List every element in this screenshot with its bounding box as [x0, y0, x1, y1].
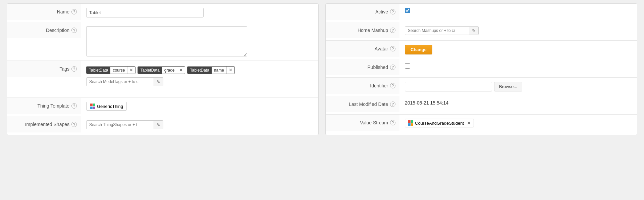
tag-item-name: TabletData name ✕	[187, 66, 234, 74]
avatar-label: Avatar	[375, 46, 388, 51]
value-stream-value-cell: CourseAndGradeStudent ✕	[399, 115, 637, 131]
avatar-label-cell: Avatar ?	[326, 41, 399, 57]
tags-label-cell: Tags ?	[7, 61, 81, 77]
published-value-cell	[399, 59, 637, 73]
last-modified-date-value: 2015-06-21 15:54:14	[405, 100, 448, 106]
home-mashup-label: Home Mashup	[358, 28, 388, 33]
tags-search-container: ✎	[86, 77, 163, 86]
avatar-change-button[interactable]: Change	[405, 45, 432, 54]
name-help-icon[interactable]: ?	[71, 9, 77, 14]
main-container: Name ? Description ? Tags ?	[7, 3, 637, 135]
home-mashup-value-cell: ✎	[399, 22, 637, 39]
avatar-value-cell: Change	[399, 41, 637, 58]
implemented-shapes-search-input[interactable]	[87, 121, 154, 129]
implemented-shapes-search-container: ✎	[86, 120, 163, 129]
active-help-icon[interactable]: ?	[390, 9, 395, 14]
thing-template-badge[interactable]: GenericThing	[86, 102, 127, 111]
tags-help-icon[interactable]: ?	[71, 66, 77, 72]
published-label: Published	[368, 65, 388, 70]
tags-label: Tags	[59, 66, 69, 72]
last-modified-date-value-cell: 2015-06-21 15:54:14	[399, 96, 637, 110]
name-label-cell: Name ?	[7, 4, 81, 20]
description-help-icon[interactable]: ?	[71, 28, 77, 33]
tag-value-3: name	[212, 67, 226, 74]
published-label-cell: Published ?	[326, 59, 399, 75]
tags-pencil-icon: ✎	[157, 79, 160, 84]
home-mashup-search-input[interactable]	[405, 27, 469, 35]
home-mashup-row: Home Mashup ? ✎	[326, 22, 637, 41]
thing-template-row: Thing Template ? GenericThing	[7, 98, 318, 116]
name-label: Name	[57, 9, 69, 14]
name-value-cell	[81, 4, 318, 22]
tag-namespace-1: TabletData	[87, 67, 110, 74]
avatar-row: Avatar ? Change	[326, 41, 637, 59]
home-mashup-pencil-icon: ✎	[472, 28, 476, 33]
tag-remove-3[interactable]: ✕	[226, 67, 234, 74]
implemented-shapes-help-icon[interactable]: ?	[71, 122, 77, 127]
active-row: Active ?	[326, 4, 637, 22]
name-input[interactable]	[86, 8, 204, 17]
value-stream-remove-button[interactable]: ✕	[467, 120, 471, 126]
description-row: Description ?	[7, 22, 318, 61]
value-stream-value: CourseAndGradeStudent	[415, 121, 464, 126]
tag-namespace-2: TabletData	[138, 67, 162, 74]
identifier-label: Identifier	[370, 83, 388, 88]
thing-template-help-icon[interactable]: ?	[71, 103, 77, 109]
value-stream-icon	[408, 120, 413, 126]
published-checkbox[interactable]	[405, 63, 410, 69]
thing-template-label: Thing Template	[38, 103, 69, 109]
home-mashup-help-icon[interactable]: ?	[390, 28, 395, 33]
value-stream-label: Value Stream	[360, 120, 388, 125]
identifier-browse-button[interactable]: Browse...	[494, 82, 522, 91]
tag-remove-1[interactable]: ✕	[127, 67, 135, 74]
active-label: Active	[375, 9, 388, 14]
name-row: Name ?	[7, 4, 318, 22]
published-help-icon[interactable]: ?	[390, 65, 395, 70]
implemented-shapes-row: Implemented Shapes ? ✎	[7, 116, 318, 135]
identifier-input-group: Browse...	[405, 82, 522, 91]
avatar-help-icon[interactable]: ?	[390, 46, 395, 51]
tags-edit-button[interactable]: ✎	[154, 78, 163, 86]
tag-value-1: course	[110, 67, 127, 74]
tag-value-2: grade	[162, 67, 177, 74]
generic-thing-icon	[90, 104, 95, 109]
identifier-value-cell: Browse...	[399, 78, 637, 95]
tag-item-course: TabletData course ✕	[86, 66, 136, 74]
home-mashup-search-container: ✎	[405, 26, 479, 35]
implemented-shapes-label-cell: Implemented Shapes ?	[7, 116, 81, 132]
identifier-row: Identifier ? Browse...	[326, 78, 637, 96]
tags-value-cell: TabletData course ✕ TabletData grade ✕ T…	[81, 61, 318, 90]
home-mashup-label-cell: Home Mashup ?	[326, 22, 399, 38]
tag-namespace-3: TabletData	[187, 67, 211, 74]
description-textarea[interactable]	[86, 26, 247, 56]
active-checkbox[interactable]	[405, 8, 410, 13]
identifier-label-cell: Identifier ?	[326, 78, 399, 94]
active-value-cell	[399, 4, 637, 17]
implemented-shapes-value-cell: ✎	[81, 116, 318, 133]
thing-template-label-cell: Thing Template ?	[7, 98, 81, 114]
implemented-shapes-label: Implemented Shapes	[25, 122, 69, 127]
description-value-cell	[81, 22, 318, 61]
value-stream-help-icon[interactable]: ?	[390, 120, 395, 125]
right-panel: Active ? Home Mashup ? ✎	[325, 3, 637, 135]
last-modified-date-row: Last Modified Date ? 2015-06-21 15:54:14	[326, 96, 637, 115]
identifier-input[interactable]	[405, 82, 492, 91]
tags-wrapper: TabletData course ✕ TabletData grade ✕ T…	[86, 65, 313, 75]
implemented-shapes-edit-button[interactable]: ✎	[154, 121, 163, 129]
published-row: Published ?	[326, 59, 637, 78]
identifier-help-icon[interactable]: ?	[390, 83, 395, 88]
left-panel: Name ? Description ? Tags ?	[7, 3, 319, 135]
home-mashup-edit-button[interactable]: ✎	[469, 27, 478, 35]
description-label: Description	[46, 28, 69, 33]
last-modified-date-help-icon[interactable]: ?	[390, 102, 395, 107]
value-stream-label-cell: Value Stream ?	[326, 115, 399, 131]
tags-row: Tags ? TabletData course ✕ TabletData gr…	[7, 61, 318, 98]
active-label-cell: Active ?	[326, 4, 399, 20]
last-modified-date-label: Last Modified Date	[349, 102, 388, 107]
thing-template-value-cell: GenericThing	[81, 98, 318, 115]
implemented-shapes-pencil-icon: ✎	[157, 122, 160, 127]
value-stream-row: Value Stream ? CourseAndGradeStudent ✕	[326, 115, 637, 133]
tag-remove-2[interactable]: ✕	[177, 67, 185, 74]
value-stream-badge: CourseAndGradeStudent ✕	[405, 119, 474, 127]
tags-search-input[interactable]	[87, 78, 154, 86]
